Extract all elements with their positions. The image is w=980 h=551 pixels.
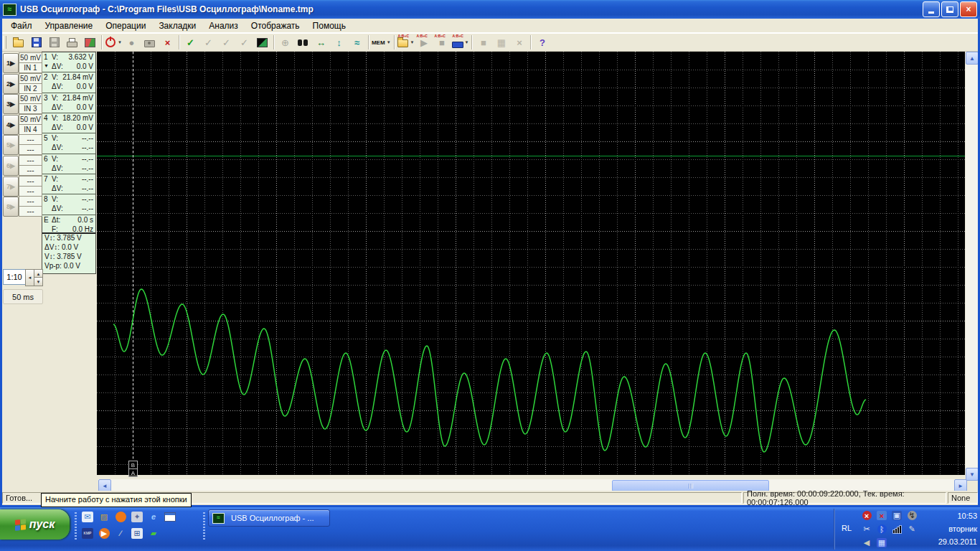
quicklaunch-kmplayer-icon[interactable]: KMP	[80, 527, 95, 540]
taskbar-window-button[interactable]: ≈ USB Осциллограф - ...	[208, 509, 330, 527]
minimize-button[interactable]	[923, 1, 940, 17]
tray-network-offline-icon[interactable]: ×	[876, 510, 887, 521]
menu-item-6[interactable]: Отображать	[245, 19, 306, 32]
start-acquisition-dropdown-icon[interactable]: ▼	[118, 40, 122, 44]
memory-open-dropdown-icon[interactable]: ▼	[410, 40, 415, 44]
start-acquisition-button[interactable]: ▼	[104, 34, 123, 50]
memory-open-button[interactable]: A:B+C▼	[397, 34, 415, 50]
memory-play-button: ▶A:B+C	[415, 34, 433, 50]
probe-ratio-field[interactable]: 1:10	[3, 269, 26, 285]
quicklaunch-system-tool-icon[interactable]: ✦	[130, 510, 144, 523]
memory-button[interactable]: MEM▼	[371, 34, 392, 50]
channel-input-2[interactable]: IN 2	[19, 83, 42, 94]
fit-horizontal-button[interactable]: ↔	[312, 34, 330, 50]
restore-button[interactable]	[941, 1, 958, 17]
tray-signal-strength-icon[interactable]	[891, 524, 903, 534]
scope-display[interactable]	[97, 52, 965, 475]
layout-close-button: ×	[510, 34, 528, 50]
quicklaunch-usb-drive-icon[interactable]: ▰	[146, 527, 161, 540]
menu-item-4[interactable]: Закладки	[152, 19, 202, 32]
quicklaunch-documents-folder-icon[interactable]: ▨	[97, 510, 111, 523]
toolbar: ▼●×✓✓✓✓⊕↔↕≈MEM▼A:B+C▼▶A:B+C■A:B+CA:B+C▼■…	[0, 33, 980, 52]
save-icon	[31, 37, 42, 48]
measure-channel-number: 3	[44, 94, 48, 102]
quicklaunch-wrench-tool-icon[interactable]: ∕	[113, 527, 128, 540]
tray-volume-icon[interactable]: ◀	[861, 537, 872, 548]
memory-display-overlay-label: A:B+C	[453, 34, 463, 38]
channel-input-3[interactable]: IN 3	[19, 103, 42, 114]
channel-button-3[interactable]: 3▶	[3, 94, 19, 114]
measure-dv-value: --.--	[82, 184, 93, 192]
cursor-marker-a[interactable]: A	[128, 468, 138, 477]
export-image-button[interactable]	[81, 34, 99, 50]
channel-input-1[interactable]: IN 1	[19, 62, 42, 73]
measure-repeat-icon: ✓	[222, 38, 230, 47]
measure-once-button[interactable]: ✓	[182, 34, 199, 50]
quicklaunch-handle[interactable]	[75, 512, 77, 541]
measure-dv-value: 0.0 V	[77, 103, 93, 111]
toolbar-grip[interactable]	[3, 36, 6, 49]
measure-v-value: --.--	[82, 175, 93, 183]
taskband-handle[interactable]	[203, 512, 205, 541]
measure-dv-label: ΔV:	[52, 143, 63, 151]
channel-panel: 1V:3.632 V▼ΔV:0.0 V2V:21.84 mVΔV:0.0 V3V…	[0, 52, 97, 491]
horizontal-scroll-thumb[interactable]	[612, 480, 769, 491]
ratio-down-button[interactable]: ▼	[34, 277, 43, 286]
measure-dv-label: ΔV:	[52, 123, 63, 131]
quicklaunch-calculator-icon[interactable]: ⊞	[130, 527, 144, 540]
measure-v-label: V:	[52, 114, 58, 122]
menu-item-2[interactable]: Управление	[39, 19, 100, 32]
measure-v-value: --.--	[82, 134, 93, 142]
tray-lan-connection-icon[interactable]: ▣	[891, 510, 903, 521]
channel-button-2[interactable]: 2▶	[3, 74, 19, 94]
quicklaunch-media-player-icon[interactable]: ▶	[97, 527, 111, 540]
invert-screen-button[interactable]	[253, 34, 271, 50]
title-bar: ≈ USB Осциллограф - C:\Program Files\USB…	[0, 0, 980, 19]
tray-power-meter-icon[interactable]: ↯	[906, 510, 918, 521]
channel-input-4[interactable]: IN 4	[19, 124, 42, 135]
channel-range-3[interactable]: 50 mV	[19, 93, 42, 104]
tray-bluetooth-icon[interactable]: ᛒ	[876, 524, 887, 534]
channel-button-1[interactable]: 1▶	[3, 53, 19, 73]
channel-range-4[interactable]: 50 mV	[19, 114, 42, 125]
save-button[interactable]	[27, 34, 45, 50]
menu-item-7[interactable]: Помощь	[306, 19, 352, 32]
quicklaunch-internet-explorer-icon[interactable]: e	[146, 510, 161, 523]
tray-security-alert-icon[interactable]: ×	[861, 510, 872, 521]
scroll-down-button[interactable]: ▼	[966, 468, 979, 481]
memory-display-dropdown-icon[interactable]: ▼	[465, 40, 469, 44]
memory-display-button[interactable]: A:B+C▼	[451, 34, 470, 50]
channel-button-7: 7▶	[3, 176, 19, 197]
vertical-cursors-button[interactable]: ↕	[330, 34, 348, 50]
channel-button-4[interactable]: 4▶	[3, 115, 19, 135]
memory-dropdown-icon[interactable]: ▼	[387, 40, 391, 44]
measure-channel-number: 5	[44, 134, 48, 142]
menu-item-1[interactable]: Файл	[4, 19, 39, 32]
memory-display-icon	[452, 37, 463, 48]
language-indicator[interactable]: RL	[838, 524, 855, 532]
stop-button[interactable]: ×	[159, 34, 176, 50]
channel-range-1[interactable]: 50 mV	[19, 52, 42, 63]
measure-v-value: --.--	[82, 195, 93, 203]
quicklaunch-firefox-icon[interactable]	[113, 510, 128, 523]
help-button[interactable]: ?	[533, 34, 551, 50]
close-button[interactable]: ×	[960, 1, 977, 17]
menu-item-3[interactable]: Операции	[99, 19, 152, 32]
print-button[interactable]	[63, 34, 81, 50]
search-button[interactable]	[294, 34, 312, 50]
measure-dv-label: ΔV:	[52, 164, 63, 172]
vertical-scrollbar[interactable]	[966, 52, 978, 479]
tray-smart-card-icon[interactable]: ▦	[876, 537, 887, 548]
menu-item-5[interactable]: Анализ	[202, 19, 245, 32]
quicklaunch-outlook-express-icon[interactable]: ✉	[80, 510, 95, 523]
tray-tablet-pen-icon[interactable]: ✎	[906, 524, 918, 534]
channel-range-2[interactable]: 50 mV	[19, 73, 42, 84]
fit-signal-button[interactable]: ≈	[348, 34, 366, 50]
open-button[interactable]	[9, 34, 27, 50]
scroll-up-button[interactable]: ▲	[966, 52, 979, 65]
measure-channel-number: 1	[44, 53, 48, 61]
sweep-time-label[interactable]: 50 ms	[3, 289, 43, 304]
quicklaunch-show-desktop-icon[interactable]	[163, 510, 177, 523]
start-button[interactable]: пуск	[0, 509, 70, 540]
tray-clipboard-cut-icon[interactable]: ✂	[861, 524, 872, 534]
